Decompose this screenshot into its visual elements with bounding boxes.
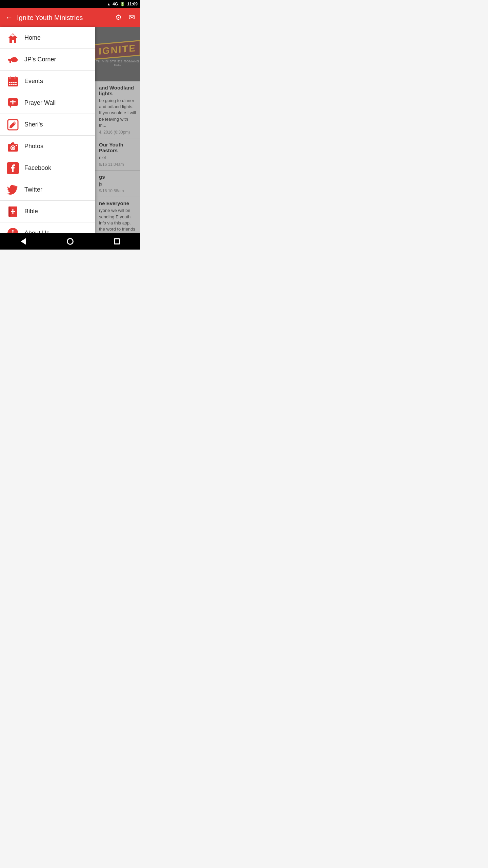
bottom-navigation <box>0 233 140 250</box>
sidebar-item-twitter[interactable]: Twitter <box>0 179 95 201</box>
sidebar-prayer-wall-label: Prayer Wall <box>24 99 56 106</box>
svg-point-39 <box>12 230 14 231</box>
svg-rect-19 <box>13 84 15 85</box>
recent-square-icon <box>114 238 120 244</box>
svg-rect-13 <box>9 82 11 83</box>
header-title: Ignite Youth Ministries <box>17 14 108 22</box>
svg-rect-10 <box>8 78 18 80</box>
feed-item-2[interactable]: gs js 9/16 10:58am <box>95 171 140 197</box>
sidebar-item-jps-corner[interactable]: JP's Corner <box>0 49 95 71</box>
megaphone-icon <box>5 52 20 67</box>
feed-item-3[interactable]: ne Everyone ryone we will be sending E y… <box>95 197 140 233</box>
nav-recent-button[interactable] <box>109 233 125 250</box>
sidebar-bible-label: Bible <box>24 208 38 215</box>
twitter-icon <box>5 182 20 197</box>
nav-back-button[interactable] <box>15 233 32 250</box>
time-display: 11:09 <box>127 2 138 6</box>
feed-body-2: js <box>99 181 136 187</box>
sidebar-jps-corner-label: JP's Corner <box>24 56 56 63</box>
ignite-logo: IGNITE <box>95 40 140 60</box>
svg-rect-14 <box>11 82 13 83</box>
sidebar-item-about-us[interactable]: About Us <box>0 222 95 233</box>
feed-title-0: and Woodland lights <box>99 85 136 96</box>
feed-title-2: gs <box>99 174 136 180</box>
message-button[interactable]: ✉ <box>129 13 135 22</box>
edit-icon <box>5 117 20 132</box>
back-triangle-icon <box>21 238 26 245</box>
feed-body-1: niel <box>99 155 136 161</box>
calendar-icon <box>5 74 20 89</box>
sidebar-item-photos[interactable]: Photos <box>0 136 95 157</box>
bible-icon <box>5 204 20 219</box>
svg-rect-2 <box>11 35 15 36</box>
content-feed: and Woodland lights be going to dinner a… <box>95 81 140 233</box>
feed-date-1: 9/16 11:04am <box>99 162 136 167</box>
svg-rect-36 <box>11 211 15 212</box>
prayer-icon <box>5 96 20 111</box>
camera-icon <box>5 139 20 154</box>
svg-rect-17 <box>9 84 11 85</box>
main-layout: Home JP's Corner <box>0 27 140 233</box>
sidebar-facebook-label: Facebook <box>24 164 51 172</box>
sidebar-home-label: Home <box>24 34 41 41</box>
home-icon <box>5 31 20 45</box>
svg-rect-12 <box>15 76 16 79</box>
sidebar-item-home[interactable]: Home <box>0 27 95 49</box>
svg-rect-24 <box>10 101 16 102</box>
feed-date-2: 9/16 10:58am <box>99 189 136 193</box>
svg-rect-38 <box>13 232 14 234</box>
svg-rect-28 <box>11 143 12 144</box>
sidebar-drawer: Home JP's Corner <box>0 27 95 233</box>
svg-rect-11 <box>10 76 11 79</box>
sidebar-item-prayer-wall[interactable]: Prayer Wall <box>0 92 95 114</box>
nav-home-button[interactable] <box>62 233 78 250</box>
home-circle-icon <box>67 238 74 245</box>
svg-rect-34 <box>8 206 11 217</box>
svg-rect-20 <box>15 84 17 85</box>
battery-icon: 🔋 <box>120 2 125 6</box>
app-header: ← Ignite Youth Ministries ⚙ ✉ <box>0 8 140 27</box>
sidebar-item-facebook[interactable]: Facebook <box>0 157 95 179</box>
status-bar: ▲ 4G 🔋 11:09 <box>0 0 140 8</box>
svg-rect-5 <box>9 61 11 63</box>
sidebar-sheris-label: Sheri's <box>24 121 43 128</box>
ignite-subtext: TH MINISTRIES ROMANS 8:31 <box>95 60 140 66</box>
svg-point-30 <box>12 147 14 149</box>
feed-body-3: ryone we will be sending E youth info vi… <box>99 208 136 233</box>
feed-title-3: ne Everyone <box>99 200 136 206</box>
sidebar-twitter-label: Twitter <box>24 186 42 193</box>
feed-date-0: 4, 2016 (6:30pm) <box>99 130 136 135</box>
sidebar-item-bible[interactable]: Bible <box>0 201 95 222</box>
svg-rect-18 <box>11 84 13 85</box>
svg-marker-22 <box>9 106 12 108</box>
facebook-icon <box>5 161 20 176</box>
feed-item-1[interactable]: Our Youth Pastors niel 9/16 11:04am <box>95 138 140 171</box>
feed-item-0[interactable]: and Woodland lights be going to dinner a… <box>95 81 140 138</box>
network-icon: ▲ <box>107 2 110 6</box>
sidebar-photos-label: Photos <box>24 143 43 150</box>
network-type: 4G <box>113 2 118 6</box>
feed-body-0: be going to dinner and odland lights. If… <box>99 98 136 129</box>
sidebar-item-sheris[interactable]: Sheri's <box>0 114 95 136</box>
info-icon <box>5 226 20 234</box>
sidebar-events-label: Events <box>24 78 43 85</box>
back-button[interactable]: ← <box>5 13 13 22</box>
sidebar-about-us-label: About Us <box>24 230 49 233</box>
svg-rect-31 <box>16 145 17 146</box>
settings-button[interactable]: ⚙ <box>115 13 122 22</box>
sidebar-item-events[interactable]: Events <box>0 71 95 92</box>
content-area: IGNITE TH MINISTRIES ROMANS 8:31 and Woo… <box>95 27 140 233</box>
feed-title-1: Our Youth Pastors <box>99 142 136 153</box>
svg-rect-16 <box>15 82 17 83</box>
content-hero-image: IGNITE TH MINISTRIES ROMANS 8:31 <box>95 27 140 81</box>
svg-rect-15 <box>13 82 15 83</box>
